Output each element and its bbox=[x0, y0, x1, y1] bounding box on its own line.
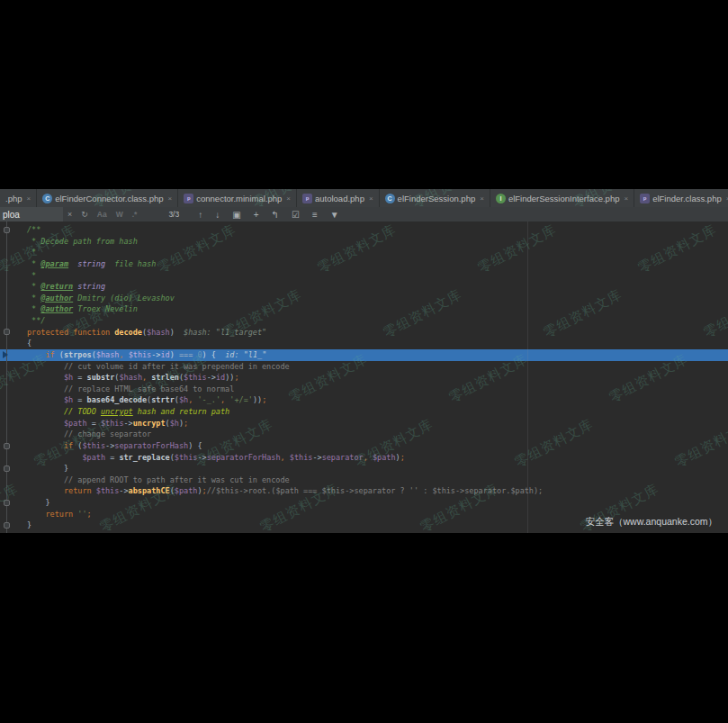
preserve-case-icon[interactable]: ☑ bbox=[292, 210, 300, 220]
ide-window: .php×CelFinderConnector.class.php×pconne… bbox=[0, 189, 728, 533]
current-execution-line: if (strpos($hash, $this->id) === 0) { id… bbox=[0, 349, 728, 361]
class-icon: C bbox=[385, 194, 395, 203]
tab-close-icon[interactable]: × bbox=[168, 194, 173, 203]
tab--php[interactable]: .php× bbox=[0, 189, 37, 207]
search-option-icons: ×↻AaW.* bbox=[63, 207, 141, 221]
code-line: // replace HTML safe base64 to normal bbox=[0, 384, 728, 395]
tab-label: elFinder.class.php bbox=[652, 194, 722, 203]
tab-label: autoload.php bbox=[315, 194, 364, 203]
code-line: protected function decode($hash) $hash: … bbox=[0, 327, 728, 339]
tab-bar: .php×CelFinderConnector.class.php×pconne… bbox=[0, 189, 728, 207]
code-line: // cut volume id after it was prepended … bbox=[0, 361, 728, 373]
tab-label: elFinderConnector.class.php bbox=[55, 194, 163, 203]
code-editor[interactable]: /** * Decode path from hash * * @param s… bbox=[0, 221, 728, 533]
interface-icon: I bbox=[496, 194, 506, 203]
tab-label: elFinderSessionInterface.php bbox=[508, 194, 620, 203]
next-occurrence-icon[interactable]: ↓ bbox=[215, 210, 220, 220]
screenshot-stage: .php×CelFinderConnector.class.php×pconne… bbox=[0, 0, 728, 723]
code-line: // TODO uncrypt hash and return path bbox=[0, 406, 728, 418]
code-line: if ($this->separatorForHash) { bbox=[0, 440, 728, 452]
code-area: /** * Decode path from hash * * @param s… bbox=[0, 224, 728, 531]
tab-close-icon[interactable]: × bbox=[286, 194, 291, 203]
code-line: * @author Dmitry (dio) Levashov bbox=[0, 293, 728, 304]
add-selection-icon[interactable]: + bbox=[254, 210, 259, 220]
search-history-icon[interactable]: ↻ bbox=[81, 210, 88, 219]
tab-elfindersession-php[interactable]: CelFinderSession.php× bbox=[380, 189, 490, 207]
find-toolbar: ploa ×↻AaW.* 3/3 ↑↓▣+↰☑≡▼ bbox=[0, 207, 728, 221]
code-line: return $this->abspathCE($path);//$this->… bbox=[0, 485, 728, 497]
fold-marker-icon[interactable] bbox=[4, 227, 10, 233]
code-line: // append ROOT to path after it was cut … bbox=[0, 474, 728, 486]
tab-elfindersessioninterface-php[interactable]: IelFinderSessionInterface.php× bbox=[490, 189, 634, 207]
tab-label: connector.minimal.php bbox=[196, 194, 282, 203]
php-icon: p bbox=[640, 194, 650, 203]
search-input[interactable]: ploa bbox=[0, 207, 63, 221]
tab-elfinder-class-php[interactable]: pelFinder.class.php× bbox=[634, 189, 728, 207]
clear-search-icon[interactable]: × bbox=[67, 210, 72, 219]
code-line: * bbox=[0, 270, 728, 282]
fold-marker-icon[interactable] bbox=[4, 465, 10, 472]
code-line: * bbox=[0, 247, 728, 258]
code-line: * @return string bbox=[0, 281, 728, 293]
code-line: * Decode path from hash bbox=[0, 236, 728, 248]
watermark-credit-text: 安全客（www.anquanke.com） bbox=[586, 516, 717, 529]
fold-gutter-line bbox=[6, 221, 7, 533]
tab-close-icon[interactable]: × bbox=[27, 194, 31, 203]
code-line: // change separator bbox=[0, 429, 728, 440]
exclude-icon[interactable]: ≡ bbox=[312, 210, 318, 220]
code-line: } bbox=[0, 497, 728, 509]
execution-pointer-icon[interactable] bbox=[3, 351, 8, 358]
match-case-icon[interactable]: Aa bbox=[97, 210, 107, 219]
search-nav-icons: ↑↓▣+↰☑≡▼ bbox=[192, 210, 345, 220]
code-line: { bbox=[0, 338, 728, 349]
tab-close-icon[interactable]: × bbox=[369, 194, 373, 203]
code-line: } bbox=[0, 463, 728, 474]
code-line: $path = $this->uncrypt($h); bbox=[0, 418, 728, 429]
code-line: **/ bbox=[0, 315, 728, 327]
newline-icon[interactable]: ↰ bbox=[272, 210, 279, 220]
tab-label: .php bbox=[5, 194, 22, 203]
tab-elfinderconnector-class-php[interactable]: CelFinderConnector.class.php× bbox=[37, 189, 178, 207]
fold-marker-icon[interactable] bbox=[4, 500, 10, 506]
code-line: $h = base64_decode(strtr($h, '-_.', '+/=… bbox=[0, 394, 728, 406]
code-line: $path = str_replace($this->separatorForH… bbox=[0, 452, 728, 464]
right-margin-guide bbox=[527, 221, 528, 533]
class-icon: C bbox=[42, 194, 52, 203]
tab-connector-minimal-php[interactable]: pconnector.minimal.php× bbox=[178, 189, 297, 207]
tab-close-icon[interactable]: × bbox=[624, 194, 628, 203]
search-query-text: ploa bbox=[3, 210, 20, 220]
tab-close-icon[interactable]: × bbox=[480, 194, 484, 203]
code-line: /** bbox=[0, 224, 728, 236]
filter-icon[interactable]: ▼ bbox=[330, 210, 339, 220]
regex-icon[interactable]: .* bbox=[132, 210, 138, 219]
tab-label: elFinderSession.php bbox=[398, 194, 476, 203]
fold-marker-icon[interactable] bbox=[4, 329, 10, 335]
php-icon: p bbox=[184, 194, 193, 203]
match-count-label: 3/3 bbox=[168, 210, 179, 219]
whole-words-icon[interactable]: W bbox=[116, 210, 123, 219]
fold-marker-icon[interactable] bbox=[4, 522, 10, 529]
select-all-occurrences-icon[interactable]: ▣ bbox=[232, 210, 240, 220]
code-line: * @param string file hash bbox=[0, 258, 728, 270]
code-line: $h = substr($hash, strlen($this->id)); bbox=[0, 372, 728, 384]
code-line: * @author Troex Nevelin bbox=[0, 303, 728, 315]
php-icon: p bbox=[302, 194, 312, 203]
fold-marker-icon[interactable] bbox=[4, 443, 10, 449]
prev-occurrence-icon[interactable]: ↑ bbox=[198, 210, 202, 220]
tab-autoload-php[interactable]: pautoload.php× bbox=[297, 189, 380, 207]
